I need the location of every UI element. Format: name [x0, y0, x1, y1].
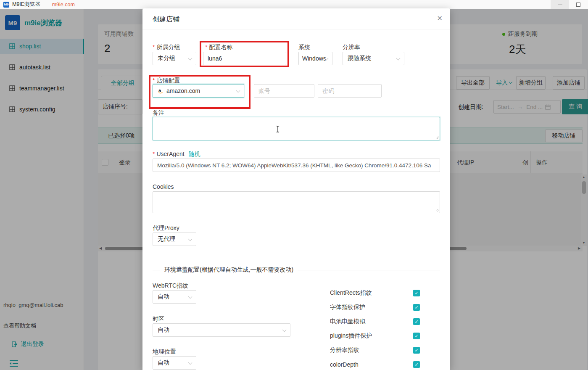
divider-line	[153, 270, 160, 270]
create-shop-modal: 创建店铺 ✕ *所属分组 未分组 *配置名称 系统 Windows 分辨率 跟随…	[142, 8, 450, 370]
required-mark: *	[205, 44, 207, 50]
required-mark: *	[153, 151, 155, 157]
geolocation-select-value: 自动	[158, 359, 169, 367]
option-row-clientrects: ClientRects指纹 ✓	[330, 289, 420, 297]
config-name-label: *配置名称	[205, 44, 232, 51]
webrtc-select-value: 自动	[158, 293, 169, 301]
section-divider-text: 环境遮盖配置(根据代理自动生成,一般不需要改动)	[164, 266, 293, 274]
resize-handle-icon[interactable]	[435, 136, 439, 139]
resize-handle-icon[interactable]	[435, 209, 439, 212]
option-label: 分辨率指纹	[330, 346, 359, 354]
section-divider: 环境遮盖配置(根据代理自动生成,一般不需要改动)	[153, 266, 440, 274]
geolocation-select[interactable]: 自动	[153, 356, 196, 370]
chevron-down-icon	[188, 361, 192, 365]
proxy-label: 代理Proxy	[153, 225, 179, 232]
shop-config-select[interactable]: a amazon.com	[153, 84, 244, 98]
checkbox-checked-icon[interactable]: ✓	[413, 333, 420, 339]
system-select[interactable]: Windows	[298, 52, 332, 65]
divider-line	[298, 270, 440, 270]
resolution-select-value: 跟随系统	[348, 55, 371, 62]
option-row-resolution: 分辨率指纹 ✓	[330, 346, 420, 354]
timezone-select-value: 自动	[158, 326, 169, 334]
checkbox-checked-icon[interactable]: ✓	[413, 290, 420, 296]
useragent-input[interactable]	[153, 159, 440, 172]
svg-text:a: a	[158, 88, 161, 93]
required-mark: *	[153, 44, 155, 50]
geolocation-label: 地理位置	[153, 348, 176, 356]
useragent-random-link[interactable]: 随机	[189, 151, 200, 157]
group-select-value: 未分组	[158, 55, 175, 62]
remarks-label: 备注	[153, 109, 164, 117]
cookies-textarea[interactable]	[153, 191, 440, 213]
checkbox-checked-icon[interactable]: ✓	[413, 304, 420, 311]
option-label: ClientRects指纹	[330, 289, 372, 297]
option-label: 电池电量模拟	[330, 318, 365, 325]
cookies-label: Cookies	[153, 183, 174, 190]
shop-config-select-value: amazon.com	[166, 87, 200, 94]
minimize-icon	[558, 5, 562, 5]
option-row-plugins: plugins插件保护 ✓	[330, 332, 420, 340]
app-logo-icon: M9	[3, 2, 9, 8]
chevron-down-icon	[188, 237, 192, 241]
checkbox-checked-icon[interactable]: ✓	[413, 318, 420, 325]
chevron-down-icon	[282, 328, 287, 332]
modal-title: 创建店铺	[153, 15, 179, 24]
system-select-value: Windows	[302, 55, 326, 62]
checkbox-checked-icon[interactable]: ✓	[413, 347, 420, 354]
option-row-colordepth: colorDepth ✓	[330, 360, 420, 369]
amazon-icon: a	[158, 87, 163, 94]
timezone-label: 时区	[153, 315, 164, 323]
maximize-icon	[576, 3, 580, 7]
close-icon[interactable]: ✕	[437, 14, 443, 22]
webrtc-label: WebRTC指纹	[153, 282, 188, 290]
shop-config-label: *店铺配置	[153, 77, 180, 85]
option-label: 字体指纹保护	[330, 304, 365, 311]
chevron-down-icon	[396, 56, 401, 61]
site-tab-label[interactable]: m9ie.com	[52, 2, 75, 8]
checkbox-checked-icon[interactable]: ✓	[413, 361, 420, 368]
chevron-down-icon	[188, 295, 192, 299]
chevron-down-icon	[188, 56, 192, 61]
webrtc-select[interactable]: 自动	[153, 290, 196, 304]
minimize-button[interactable]	[551, 0, 569, 9]
resolution-select[interactable]: 跟随系统	[343, 52, 404, 65]
system-label: 系统	[298, 44, 310, 51]
password-input[interactable]	[318, 84, 382, 98]
group-label: *所属分组	[153, 44, 180, 51]
option-label: colorDepth	[330, 361, 359, 368]
option-row-battery: 电池电量模拟 ✓	[330, 317, 420, 326]
config-name-input[interactable]	[203, 52, 286, 65]
app-window: M9 M9IE浏览器 m9ie.com M9 m9ie浏览器 shop.list	[0, 0, 588, 370]
useragent-label: *UserAgent随机	[153, 151, 200, 158]
timezone-select[interactable]: 自动	[153, 323, 290, 337]
required-mark: *	[153, 77, 155, 84]
fingerprint-options: ClientRects指纹 ✓ 字体指纹保护 ✓ 电池电量模拟 ✓ plugin…	[330, 289, 420, 370]
maximize-button[interactable]	[569, 0, 588, 9]
modal-header: 创建店铺 ✕	[142, 8, 450, 29]
window-titlebar: M9 M9IE浏览器 m9ie.com	[0, 0, 588, 9]
account-input[interactable]	[254, 84, 314, 98]
proxy-select[interactable]: 无代理	[153, 233, 196, 246]
chevron-down-icon	[236, 89, 240, 93]
remarks-textarea[interactable]	[153, 117, 440, 140]
app-title: M9IE浏览器	[12, 1, 40, 8]
resolution-label: 分辨率	[343, 44, 360, 51]
option-label: plugins插件保护	[330, 332, 372, 340]
option-row-font: 字体指纹保护 ✓	[330, 303, 420, 312]
group-select[interactable]: 未分组	[153, 52, 196, 65]
proxy-select-value: 无代理	[158, 235, 175, 243]
